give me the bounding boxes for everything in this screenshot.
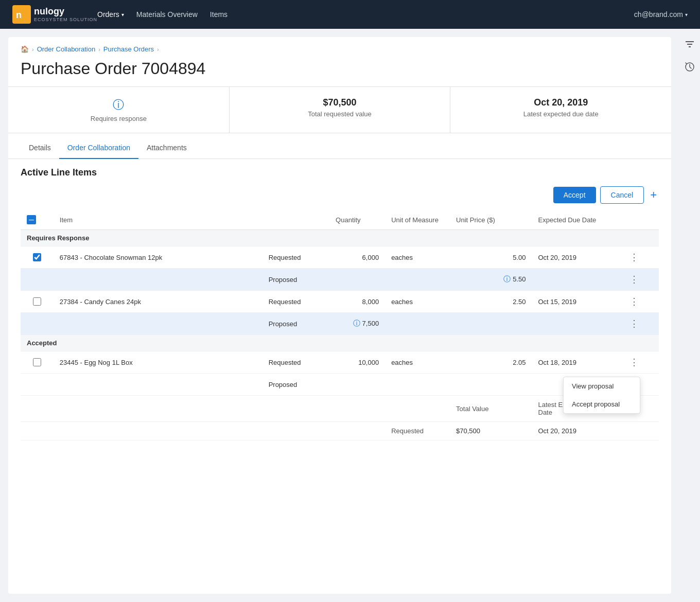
svg-text:n: n (16, 10, 22, 20)
filter-icon[interactable] (682, 37, 697, 51)
row1-price-requested: 5.00 (450, 246, 532, 269)
row2p-type-proposed: Proposed (262, 313, 329, 335)
tab-attachments[interactable]: Attachments (138, 137, 195, 159)
table-row-proposed: Proposed ⓘ5.50 ⋮ (21, 269, 659, 291)
row1-actions-requested: ⋮ (621, 246, 659, 269)
row2p-warning-icon: ⓘ (353, 319, 360, 327)
context-accept-proposal[interactable]: Accept proposal (564, 395, 640, 413)
row1-requested-menu-button[interactable]: ⋮ (627, 252, 641, 263)
row3-checkbox[interactable] (33, 358, 41, 366)
row2p-uom-proposed (385, 313, 450, 335)
main-wrapper: 🏠 › Order Collaboration › Purchase Order… (0, 29, 700, 602)
stat-cards: ⓘ Requires response $70,500 Total reques… (8, 86, 671, 133)
breadcrumb-order-collaboration[interactable]: Order Collaboration (37, 45, 95, 53)
nav-links: Orders ▾ Materials Overview Items (97, 10, 634, 19)
orders-chevron-icon: ▾ (121, 12, 124, 17)
row1-qty-requested: 6,000 (329, 246, 385, 269)
accept-button[interactable]: Accept (553, 187, 596, 203)
row3p-checkbox-cell (21, 374, 54, 396)
row2-price-requested: 2.50 (450, 291, 532, 313)
due-date-value: Oct 20, 2019 (463, 97, 659, 108)
breadcrumb-sep-3: › (157, 46, 159, 52)
row1p-uom-proposed (385, 269, 450, 291)
right-panel (679, 29, 700, 602)
logo-sub: ECOSYSTEM SOLUTION (34, 17, 97, 23)
row3-date-requested: Oct 18, 2019 (532, 351, 622, 374)
row2p-price-proposed (450, 313, 532, 335)
row2-uom-requested: eaches (385, 291, 450, 313)
row3-type-requested: Requested (262, 351, 329, 374)
row2-proposed-menu-button[interactable]: ⋮ (627, 318, 641, 329)
row1-proposed-menu-button[interactable]: ⋮ (627, 274, 641, 285)
requires-response-label: Requires response (21, 115, 217, 122)
nav-orders[interactable]: Orders ▾ (97, 10, 124, 19)
row3-checkbox-cell (21, 351, 54, 374)
stat-total-value: $70,500 Total requested value (230, 87, 451, 133)
context-view-proposal[interactable]: View proposal (564, 377, 640, 395)
totals-requested-value: $70,500 (450, 422, 532, 440)
table-row: 67843 - Chocolate Snowman 12pk Requested… (21, 246, 659, 269)
top-navigation: n nulogy ECOSYSTEM SOLUTION Orders ▾ Mat… (0, 0, 700, 29)
row1-checkbox[interactable] (33, 253, 41, 261)
row2-type-requested: Requested (262, 291, 329, 313)
logo-brand: nulogy (34, 6, 97, 17)
section-title: Active Line Items (21, 167, 659, 178)
content-area: 🏠 › Order Collaboration › Purchase Order… (8, 37, 671, 594)
row1-item-name: 67843 - Chocolate Snowman 12pk (54, 246, 262, 269)
row1p-type-proposed: Proposed (262, 269, 329, 291)
row3p-qty-proposed (329, 374, 385, 396)
tab-details[interactable]: Details (21, 137, 59, 159)
row1-type-requested: Requested (262, 246, 329, 269)
th-type (262, 210, 329, 230)
totals-data-row: Requested $70,500 Oct 20, 2019 (21, 422, 659, 440)
nav-items[interactable]: Items (210, 10, 227, 19)
breadcrumb-sep-1: › (32, 46, 34, 52)
nav-materials-overview[interactable]: Materials Overview (136, 10, 198, 19)
row1-uom-requested: eaches (385, 246, 450, 269)
row3-requested-menu-button[interactable]: ⋮ (627, 357, 641, 368)
user-email: ch@brand.com (634, 10, 683, 19)
row1p-actions-proposed: ⋮ (621, 269, 659, 291)
th-item: Item (54, 210, 262, 230)
add-item-button[interactable]: + (648, 189, 659, 201)
th-checkbox (21, 210, 54, 230)
row3-actions-requested: ⋮ (621, 351, 659, 374)
history-icon[interactable] (682, 60, 697, 74)
table-row: 27384 - Candy Canes 24pk Requested 8,000… (21, 291, 659, 313)
row3-uom-requested: eaches (385, 351, 450, 374)
row2-date-requested: Oct 15, 2019 (532, 291, 622, 313)
row2-qty-requested: 8,000 (329, 291, 385, 313)
home-icon[interactable]: 🏠 (21, 45, 29, 53)
row1p-date-proposed (532, 269, 622, 291)
totals-data-spacer (21, 422, 385, 440)
stat-requires-response: ⓘ Requires response (8, 87, 230, 133)
cancel-button[interactable]: Cancel (600, 186, 644, 204)
row2-checkbox[interactable] (33, 297, 41, 306)
totals-spacer (21, 396, 450, 422)
total-value-amount: $70,500 (242, 97, 438, 108)
row3p-uom-proposed (385, 374, 450, 396)
th-actions (621, 210, 659, 230)
select-all-checkbox[interactable] (27, 215, 36, 224)
breadcrumb-sep-2: › (98, 46, 100, 52)
row1p-item-name (54, 269, 262, 291)
breadcrumb-purchase-orders[interactable]: Purchase Orders (103, 45, 154, 53)
user-menu[interactable]: ch@brand.com ▾ (634, 10, 688, 19)
group-requires-response: Requires Response (21, 230, 659, 246)
action-bar: Accept Cancel + (21, 186, 659, 204)
total-value-label: Total requested value (242, 110, 438, 118)
row2-requested-menu-button[interactable]: ⋮ (627, 296, 641, 307)
table-row: 23445 - Egg Nog 1L Box Requested 10,000 … (21, 351, 659, 374)
row2-item-name: 27384 - Candy Canes 24pk (54, 291, 262, 313)
tab-order-collaboration[interactable]: Order Collaboration (59, 137, 138, 159)
page-title: Purchase Order 7004894 (8, 57, 671, 86)
context-menu: View proposal Accept proposal (563, 377, 640, 414)
table-row-proposed: Proposed ⓘ7,500 ⋮ (21, 313, 659, 335)
row2p-checkbox-cell (21, 313, 54, 335)
requires-response-icon: ⓘ (21, 97, 217, 113)
row3p-item-name (54, 374, 262, 396)
row2p-date-proposed (532, 313, 622, 335)
group-label-requires-response: Requires Response (27, 234, 89, 242)
th-quantity: Quantity (329, 210, 385, 230)
logo: n nulogy ECOSYSTEM SOLUTION (12, 5, 97, 24)
